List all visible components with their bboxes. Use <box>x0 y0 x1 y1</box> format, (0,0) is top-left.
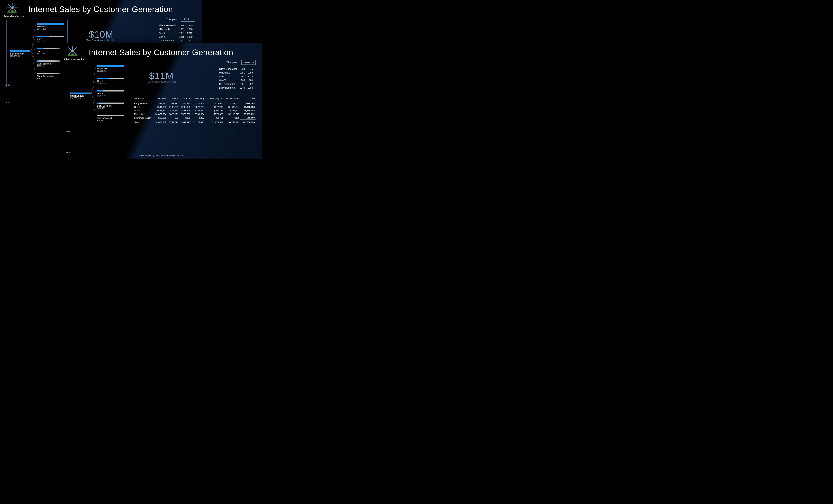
year-label: This year: <box>226 61 238 64</box>
y-axis-top: $0.5M <box>64 131 70 133</box>
year-value: 2020 <box>244 61 249 64</box>
decomp-leaf[interactable]: Gen X$2,621,833 <box>37 35 64 42</box>
matrix-header: Total <box>240 97 256 101</box>
decomp-leaf-label: Millennials <box>37 25 64 28</box>
generation-def-row: Gen Z19972012 <box>159 31 195 35</box>
decomp-leaf-value: $5,851,135 <box>37 28 64 30</box>
kpi-value: $11M <box>146 70 176 81</box>
decomp-leaf[interactable]: Silent Generation$19,550 <box>97 115 124 122</box>
decomp-leaf[interactable]: Gen X$2,660,953 <box>97 78 124 85</box>
table-row[interactable]: Millennials$1,477,604$423,121$573,798$70… <box>133 112 256 116</box>
weekly-stacked-chart[interactable]: $0.5M $0.0M SalesAmount by Calendar Week… <box>64 131 259 157</box>
matrix-header: United States <box>224 97 240 101</box>
decomp-leaf-label: Gen X <box>37 38 64 40</box>
matrix-header: Generation <box>133 97 153 101</box>
decomp-leaf[interactable]: Silent Generation$810 <box>37 73 64 79</box>
decomp-leaf-value: $2,660,953 <box>97 82 124 85</box>
page-title: Internet Sales by Customer Generation <box>89 48 259 58</box>
decomp-leaf[interactable]: Baby Boomers$449,341 <box>37 61 64 67</box>
decomp-leaf[interactable]: Millennials$6,063,132 <box>97 65 124 72</box>
decomp-leaf-value: $6,063,132 <box>97 70 124 72</box>
kpi-value: $10M <box>86 29 116 40</box>
decomp-leaf[interactable]: Baby Boomers$438,408 <box>97 102 124 109</box>
decomp-leaf-label: Silent Generation <box>97 117 124 120</box>
svg-line-10 <box>8 4 12 8</box>
matrix-visual[interactable]: GenerationAustraliaCanadaFranceGermanyUn… <box>130 94 259 126</box>
generation-def-row: Gen X19651980 <box>159 35 195 39</box>
table-row[interactable]: Baby Boomers$92,572$58,237$35,423$19,559… <box>133 101 256 105</box>
generation-def-row: Baby Boomers19461964 <box>219 86 255 90</box>
dashboard-2020: AdventureWorks Internet Sales by Custome… <box>60 43 262 159</box>
decomp-leaf-value: $438,408 <box>97 107 124 109</box>
decomp-root-label: SalesAmount <box>10 52 30 55</box>
table-row[interactable]: Silent Generation$15,999$92$200$437$2,72… <box>133 116 256 120</box>
kpi-caption: Total SalesAmount this Year <box>146 80 176 83</box>
decomp-root-value: $10,550,826 <box>70 97 91 99</box>
decomp-leaf-value: $1,449,362 <box>37 53 64 55</box>
generation-def-row: Silent Generation19281945 <box>159 24 195 27</box>
page-title: Internet Sales by Customer Generation <box>28 5 198 15</box>
kpi-card: $10M Total SalesAmount this Year <box>86 29 116 42</box>
logo: AdventureWorks <box>4 2 24 18</box>
generation-def-row: Silent Generation19281945 <box>219 67 255 71</box>
generation-def-row: Gen Z19972012 <box>219 75 255 78</box>
generation-def-row: G.I. Generation19011927 <box>219 82 255 86</box>
decomposition-tree[interactable]: SalesAmount $10,372,482 Millennials$5,85… <box>6 20 68 87</box>
decomp-leaf-value: $449,341 <box>37 65 64 67</box>
decomp-leaf-label: Gen X <box>97 80 124 82</box>
svg-line-5 <box>12 4 16 8</box>
logo-name: AdventureWorks <box>64 58 84 61</box>
generation-def-row: G.I. Generation19011927 <box>159 39 195 42</box>
table-row[interactable]: Gen X$504,385$192,763$260,856$323,769$37… <box>133 105 256 109</box>
matrix-header: Germany <box>191 97 205 101</box>
year-value: 2019 <box>184 18 189 21</box>
generation-def-row: Gen X19651980 <box>219 79 255 82</box>
kpi-caption: Total SalesAmount this Year <box>86 39 116 42</box>
generation-def-row: Millennials19811996 <box>219 71 255 74</box>
decomp-leaf[interactable]: Gen Z$1,368,782 <box>97 90 124 97</box>
year-label: This year: <box>166 18 178 21</box>
decomp-root-label: SalesAmount <box>70 95 91 97</box>
decomp-leaf-label: Gen Z <box>37 50 64 53</box>
y-axis-bottom: $0.0M <box>3 102 10 103</box>
decomp-leaf-label: Gen Z <box>97 92 124 95</box>
generation-def-row: Millennials19811996 <box>159 27 195 31</box>
decomp-leaf-value: $810 <box>37 77 64 79</box>
year-select[interactable]: 2020 <box>241 60 256 65</box>
y-axis-bottom: $0.0M <box>64 151 70 153</box>
decomp-leaf-value: $1,368,782 <box>97 95 124 97</box>
kpi-card: $11M Total SalesAmount this Year <box>146 70 176 83</box>
matrix-header: Canada <box>167 97 180 101</box>
weekly-caption: SalesAmount by Calendar Week and Generat… <box>64 154 259 157</box>
matrix-total-row: Total$2,618,202$752,774$967,623$1,173,04… <box>133 120 256 124</box>
generation-definitions: Silent Generation19281945Millennials1981… <box>219 67 256 90</box>
svg-line-16 <box>72 48 77 51</box>
y-axis-top: $0.5M <box>3 84 10 86</box>
matrix-header: Australia <box>153 97 167 101</box>
decomp-leaf[interactable]: Gen Z$1,449,362 <box>37 48 64 55</box>
matrix-header: France <box>179 97 191 101</box>
decomp-leaf-value: $19,550 <box>97 120 124 122</box>
decomp-leaf-label: Baby Boomers <box>97 104 124 107</box>
decomposition-tree[interactable]: SalesAmount $10,550,826 Millennials$6,06… <box>67 62 128 135</box>
svg-line-21 <box>68 48 72 51</box>
year-select[interactable]: 2019 <box>181 17 195 22</box>
decomp-leaf-value: $2,621,833 <box>37 40 64 42</box>
decomp-leaf-label: Millennials <box>97 67 124 70</box>
decomp-leaf[interactable]: Millennials$5,851,135 <box>37 23 64 30</box>
decomp-leaf-label: Silent Generation <box>37 75 64 77</box>
decomp-root-value: $10,372,482 <box>10 55 30 57</box>
matrix-header: United Kingdom <box>205 97 224 101</box>
logo: AdventureWorks <box>64 45 84 61</box>
logo-name: AdventureWorks <box>4 15 24 18</box>
decomp-leaf-label: Baby Boomers <box>37 63 64 65</box>
table-row[interactable]: Gen Z$527,642$78,560$97,345$127,387$100,… <box>133 109 256 112</box>
